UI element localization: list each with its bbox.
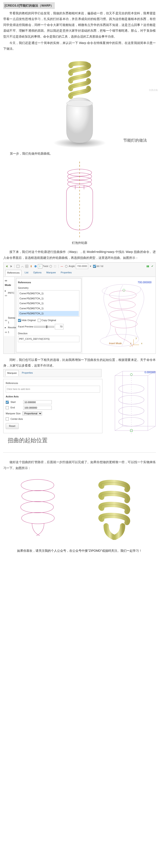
nav-fwd-icon[interactable] (9, 264, 13, 268)
figure-result-pair (3, 473, 156, 541)
svg-point-39 (22, 490, 54, 502)
svg-marker-8 (10, 265, 12, 268)
tool-grid-icon[interactable] (25, 264, 29, 268)
tab-options[interactable]: Options (31, 270, 43, 276)
center-axis-label: Center Axis (10, 417, 23, 421)
intro-paragraph-2: 今天，我们还是通过一个简单的实例，来认识一下 Warp 命令在特殊案例中的应用。… (3, 40, 156, 52)
svg-line-21 (130, 345, 133, 347)
warp-preview: 700.000000 x y z Insert Mode (83, 277, 156, 353)
tool-misc1-icon[interactable]: ◯ (49, 264, 53, 268)
warp-command-screenshot: Twist ◯ ⬚ — ◯ Angle: 700.0000 ▾ dd / td … (3, 262, 156, 353)
panel-title: References (18, 280, 79, 285)
figure-lamp-render: 节能灯的做法 (3, 54, 156, 149)
tab-properties2[interactable]: Properties (20, 370, 34, 376)
tab-marquee[interactable]: Marquee (44, 270, 57, 276)
ref-row: Curve:F5(SKETCH_1) (18, 296, 79, 301)
figure-outline-sketch (3, 159, 156, 238)
start-label: Start (10, 400, 22, 404)
angle-dropdown-icon[interactable]: ▾ (89, 264, 92, 268)
facet-preview-label: Facet Preview (18, 325, 33, 328)
warp-toolbar: Twist ◯ ⬚ — ◯ Angle: 700.0000 ▾ dd / td … (3, 262, 156, 269)
end-label: End (10, 405, 22, 410)
geometry-label: Geometry (18, 286, 79, 290)
tab-references[interactable]: References (5, 270, 22, 276)
marquee-panel: References Click here to add item Active… (3, 379, 103, 433)
svg-point-41 (22, 513, 54, 524)
svg-point-38 (21, 479, 54, 491)
fig1-caption: 节能灯的做法 (123, 136, 147, 144)
footer-text: 如果你喜欢，请关注我的个人公众号，在公众号中搜"ZIPOMD"或描码关注。我们一… (3, 548, 156, 554)
tool-flame-icon[interactable] (29, 264, 33, 268)
watermark: 仿真在线 (149, 88, 158, 92)
start-checkbox[interactable] (6, 401, 9, 404)
warp-subtabs: References List Options Marquee Properti… (3, 269, 156, 277)
marquee-size-label: Marquee Size (6, 411, 21, 416)
references-panel: References Geometry Curve:F5(SKETCH_1) C… (16, 278, 81, 352)
tool-sphere-icon[interactable] (34, 264, 38, 268)
tool-curve-icon[interactable] (21, 264, 24, 268)
tree-item[interactable]: ▸ ▭ PRTC (5, 288, 13, 298)
angle-input[interactable]: 700.0000 (76, 264, 88, 269)
tab-list[interactable]: List (23, 270, 30, 276)
facet-value[interactable]: 70 (55, 324, 64, 330)
ok-icon[interactable]: ▮▮ (146, 264, 150, 268)
twist-label: Twist (43, 264, 48, 269)
svg-point-17 (111, 319, 137, 328)
svg-point-40 (21, 501, 53, 513)
fig2-caption: 灯泡外轮廓 (3, 240, 156, 246)
ref-row: Curve:F5(SKETCH_1) (18, 291, 79, 296)
references-label: References (6, 381, 100, 385)
paragraph-options: 同时，我们也可以看一下相关的选项，比如我再增加一下扭曲发生的起始位置，根据需要来… (3, 357, 156, 369)
tree-item[interactable]: ▸ ▭ Revolve 1 (5, 325, 13, 335)
end-checkbox[interactable] (6, 406, 9, 409)
facet-slider[interactable] (34, 326, 54, 328)
x-axis-icon[interactable]: — (60, 264, 64, 268)
model-tree: ▭ Mode ▸ ▭ PRTC ▭ Sweep 1 ▸ ▭ Revolve 1 (3, 277, 14, 336)
svg-rect-9 (17, 265, 19, 268)
twist-icon[interactable] (38, 264, 42, 269)
page-title: [CREO3.0]节能灯的做法（WARP） (3, 2, 55, 9)
tool-box-icon[interactable] (16, 264, 20, 268)
insert-mode-hint: Insert Mode (109, 341, 122, 346)
apply-icon[interactable]: ✔ (150, 264, 154, 268)
reset-button[interactable]: Reset (6, 423, 18, 429)
tab-properties[interactable]: Properties (59, 270, 74, 276)
ref-row: Curve:F5(SKETCH_1) (18, 311, 79, 316)
paragraph-warp-instruction: 接下来，我们对这个外轮廓进行扭曲操作（Warp），在 Model>editing… (3, 249, 156, 260)
svg-point-15 (109, 301, 135, 309)
tree-item[interactable]: ▭ Sweep 1 (5, 315, 13, 325)
step1-text: 第一步，我们先做外轮廓曲线。 (10, 151, 156, 157)
paragraph-finish: 做好这个扭曲的灯管路径，后面就一步扫描就可以完成了。如果你想做的更精致一些，可以… (3, 459, 156, 471)
marquee-size-select[interactable]: Proportional (23, 411, 42, 415)
center-axis-checkbox[interactable] (6, 417, 9, 421)
circle-axis-icon[interactable]: ◯ (64, 264, 68, 268)
direction-field[interactable]: PRT_CSYS_DEF:F4(CSYS) (18, 336, 79, 342)
ref-row: Curve:F5(SKETCH_1) (18, 306, 79, 311)
start-input[interactable] (23, 400, 52, 404)
dd-checkbox[interactable] (93, 265, 96, 268)
twist-preview-2: 0.000000 (105, 369, 158, 441)
svg-line-28 (115, 426, 123, 431)
svg-marker-7 (6, 265, 7, 268)
tab-marquee2[interactable]: Marquee (5, 370, 18, 376)
geometry-selection-list[interactable]: Curve:F5(SKETCH_1) Curve:F5(SKETCH_1) Cu… (18, 290, 79, 317)
nav-back-icon[interactable] (5, 264, 9, 268)
dd-td-label: dd / td (96, 264, 103, 269)
hide-original-label: Hide Original (22, 319, 36, 321)
divider (3, 452, 156, 453)
svg-point-1 (67, 100, 93, 107)
copy-original-checkbox[interactable] (38, 319, 41, 322)
hide-original-checkbox[interactable] (18, 319, 21, 322)
angle-label: Angle: (69, 264, 75, 269)
tool-misc2-icon[interactable]: ⬚ (53, 264, 57, 268)
axis-x: x (141, 341, 143, 346)
svg-point-18 (123, 289, 125, 291)
tree-header: Mode (5, 284, 11, 286)
references-add-field[interactable]: Click here to add item (6, 386, 100, 393)
dimension-value-2: 0.000000 (145, 370, 156, 375)
svg-point-16 (110, 310, 136, 318)
active-axis-label: Active Axis (6, 394, 100, 399)
ref-row: Curve:F5(SKETCH_1) (18, 301, 79, 306)
dimension-value: 700.000000 (138, 280, 152, 285)
end-input[interactable] (23, 406, 52, 410)
